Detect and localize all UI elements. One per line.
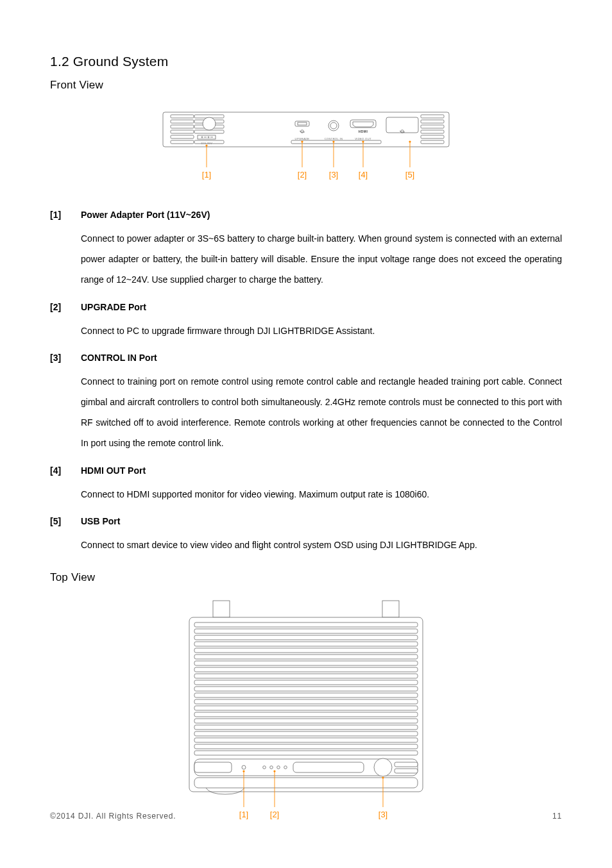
svg-rect-64 bbox=[194, 738, 418, 742]
item-desc: Connect to power adapter or 3S~6S batter… bbox=[81, 228, 562, 290]
item-num: [1] bbox=[50, 208, 81, 222]
svg-rect-65 bbox=[194, 744, 418, 749]
svg-rect-50 bbox=[194, 648, 418, 653]
svg-rect-53 bbox=[194, 667, 418, 672]
label-control-in: CONTROL IN bbox=[325, 137, 343, 140]
front-item-5: [5] USB Port Connect to smart device to … bbox=[50, 515, 562, 555]
front-callout-3: [3] bbox=[329, 170, 338, 179]
svg-rect-51 bbox=[194, 655, 418, 659]
item-desc: Connect to HDMI supported monitor for vi… bbox=[81, 484, 562, 505]
svg-rect-5 bbox=[171, 135, 194, 138]
svg-rect-10 bbox=[194, 130, 224, 133]
svg-point-38 bbox=[332, 140, 334, 142]
svg-point-84 bbox=[382, 777, 384, 779]
svg-rect-77 bbox=[395, 769, 418, 773]
svg-rect-55 bbox=[194, 680, 418, 685]
top-view-heading: Top View bbox=[50, 569, 562, 586]
svg-point-20 bbox=[301, 130, 304, 133]
svg-rect-60 bbox=[194, 712, 418, 717]
svg-point-80 bbox=[242, 771, 244, 772]
svg-rect-58 bbox=[194, 699, 418, 704]
svg-rect-46 bbox=[194, 622, 418, 627]
svg-point-75 bbox=[374, 758, 392, 776]
front-callout-1: [1] bbox=[202, 170, 211, 179]
front-item-list: [1] Power Adapter Port (11V~26V) Connect… bbox=[50, 208, 562, 555]
svg-rect-68 bbox=[194, 762, 232, 772]
label-upgrade: UPGRADE bbox=[295, 137, 310, 140]
front-callout-5: [5] bbox=[405, 170, 414, 179]
front-item-3: [3] CONTROL IN Port Connect to training … bbox=[50, 351, 562, 454]
svg-rect-3 bbox=[171, 125, 194, 128]
top-view-svg: [1] [2] [3] bbox=[178, 597, 434, 828]
front-view-heading: Front View bbox=[50, 77, 562, 94]
svg-rect-78 bbox=[194, 778, 418, 788]
svg-rect-54 bbox=[194, 674, 418, 678]
svg-rect-62 bbox=[194, 725, 418, 730]
svg-rect-44 bbox=[382, 601, 399, 617]
svg-rect-49 bbox=[194, 642, 418, 646]
svg-point-36 bbox=[301, 140, 303, 142]
svg-rect-26 bbox=[421, 115, 444, 118]
front-view-svg: 11V-26V UPGRADE CONTROL IN HDMI VIDEO OU… bbox=[155, 104, 457, 188]
item-title: CONTROL IN Port bbox=[81, 351, 562, 365]
item-title: UPGRADE Port bbox=[81, 301, 562, 314]
front-view-figure: 11V-26V UPGRADE CONTROL IN HDMI VIDEO OU… bbox=[50, 104, 562, 192]
svg-rect-4 bbox=[171, 130, 194, 133]
svg-rect-30 bbox=[421, 135, 444, 138]
svg-point-34 bbox=[205, 144, 207, 146]
svg-rect-6 bbox=[171, 140, 194, 144]
svg-rect-56 bbox=[194, 687, 418, 691]
svg-rect-32 bbox=[291, 140, 381, 144]
svg-rect-52 bbox=[194, 661, 418, 665]
svg-rect-63 bbox=[194, 731, 418, 736]
page-footer: ©2014 DJI. All Rights Reserved. 11 bbox=[50, 810, 562, 822]
svg-rect-61 bbox=[194, 719, 418, 723]
item-desc: Connect to PC to upgrade firmware throug… bbox=[81, 321, 562, 341]
svg-rect-43 bbox=[213, 601, 230, 617]
front-callout-2: [2] bbox=[298, 170, 307, 179]
label-power: 11V-26V bbox=[201, 142, 212, 145]
item-num: [3] bbox=[50, 351, 81, 365]
item-title: USB Port bbox=[81, 515, 562, 528]
svg-point-40 bbox=[362, 140, 364, 142]
label-hdmi: HDMI bbox=[359, 129, 368, 133]
svg-rect-1 bbox=[171, 115, 194, 118]
svg-rect-76 bbox=[395, 762, 418, 767]
svg-rect-47 bbox=[194, 629, 418, 633]
svg-rect-57 bbox=[194, 693, 418, 697]
svg-rect-48 bbox=[194, 635, 418, 640]
svg-rect-2 bbox=[171, 120, 194, 123]
front-item-1: [1] Power Adapter Port (11V~26V) Connect… bbox=[50, 208, 562, 290]
svg-point-21 bbox=[328, 121, 339, 131]
label-video-out: VIDEO OUT bbox=[355, 137, 371, 140]
item-title: HDMI OUT Port bbox=[81, 464, 562, 478]
front-callout-4: [4] bbox=[359, 170, 368, 179]
footer-page-number: 11 bbox=[552, 810, 562, 822]
svg-rect-23 bbox=[350, 120, 376, 128]
section-title: 1.2 Ground System bbox=[50, 51, 562, 72]
svg-rect-66 bbox=[194, 751, 418, 755]
item-desc: Connect to training port on remote contr… bbox=[81, 371, 562, 454]
svg-rect-28 bbox=[421, 125, 444, 128]
svg-rect-18 bbox=[295, 121, 309, 126]
front-item-2: [2] UPGRADE Port Connect to PC to upgrad… bbox=[50, 301, 562, 341]
svg-point-25 bbox=[401, 130, 404, 133]
item-desc: Connect to smart device to view video an… bbox=[81, 535, 562, 555]
item-num: [4] bbox=[50, 464, 81, 478]
svg-rect-29 bbox=[421, 130, 444, 133]
svg-point-82 bbox=[273, 771, 275, 772]
svg-rect-74 bbox=[293, 762, 364, 772]
item-num: [2] bbox=[50, 301, 81, 314]
item-title: Power Adapter Port (11V~26V) bbox=[81, 208, 562, 222]
svg-rect-27 bbox=[421, 120, 444, 123]
svg-point-12 bbox=[203, 117, 216, 130]
svg-point-42 bbox=[409, 140, 411, 142]
svg-rect-31 bbox=[421, 140, 444, 144]
footer-copyright: ©2014 DJI. All Rights Reserved. bbox=[50, 810, 176, 822]
top-view-figure: [1] [2] [3] bbox=[50, 597, 562, 831]
front-item-4: [4] HDMI OUT Port Connect to HDMI suppor… bbox=[50, 464, 562, 505]
svg-rect-59 bbox=[194, 706, 418, 710]
item-num: [5] bbox=[50, 515, 81, 528]
